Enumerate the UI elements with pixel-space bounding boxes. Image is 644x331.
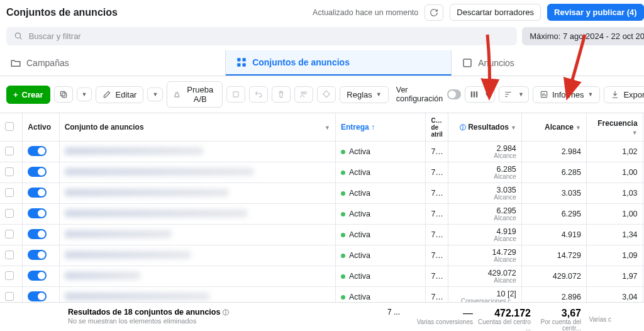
- row-frequency: 1,34: [586, 225, 643, 245]
- svg-rect-3: [237, 64, 240, 67]
- svg-point-10: [304, 92, 307, 94]
- row-con: 7 ...: [426, 245, 448, 266]
- row-checkbox[interactable]: [5, 188, 14, 197]
- columns-button[interactable]: ▼: [465, 86, 495, 103]
- row-checkbox[interactable]: [5, 230, 14, 238]
- row-toggle[interactable]: [28, 167, 47, 177]
- row-reach: 2.896: [521, 287, 586, 302]
- row-name[interactable]: [65, 147, 203, 155]
- svg-rect-1: [237, 58, 240, 61]
- search-placeholder: Buscar y filtrar: [29, 31, 81, 41]
- row-name[interactable]: [65, 230, 172, 238]
- col-checkbox[interactable]: [0, 113, 23, 142]
- row-name[interactable]: [65, 168, 253, 176]
- col-frequency[interactable]: Frecuencia▼: [586, 113, 643, 142]
- row-frequency: 1,00: [586, 162, 643, 183]
- ad-icon: [462, 57, 473, 69]
- table-row[interactable]: Activa7 ...429.072Alcance429.0721,97Por …: [0, 266, 644, 287]
- row-checkbox[interactable]: [5, 292, 14, 301]
- row-results: 6.295Alcance: [448, 204, 522, 225]
- col-results[interactable]: ⓘ Resultados▼: [448, 113, 522, 142]
- table-row[interactable]: Activa7 ...3.035Alcance3.0351,03Por 1.00…: [0, 183, 644, 204]
- row-delivery: Activa: [335, 266, 425, 287]
- row-results: 429.072Alcance: [448, 266, 522, 287]
- row-checkbox[interactable]: [5, 271, 14, 280]
- row-toggle[interactable]: [28, 291, 47, 301]
- row-name[interactable]: [65, 189, 228, 196]
- svg-rect-7: [60, 91, 65, 96]
- row-toggle[interactable]: [28, 229, 47, 239]
- duplicate-dropdown[interactable]: ▼: [77, 87, 92, 101]
- tag-button[interactable]: [317, 86, 336, 103]
- status-dot-icon: [341, 212, 345, 216]
- edit-button[interactable]: Editar: [96, 86, 143, 103]
- search-input[interactable]: Buscar y filtrar: [6, 27, 517, 45]
- row-results: 4.919Alcance: [448, 225, 522, 245]
- col-active[interactable]: Activo: [23, 113, 59, 142]
- row-reach: 6.285: [521, 162, 586, 183]
- row-delivery: Activa: [335, 142, 425, 162]
- row-toggle[interactable]: [28, 146, 47, 156]
- table-row[interactable]: Activa7 ...6.295Alcance6.2951,00Por 1.00…: [0, 204, 644, 225]
- reports-button[interactable]: Informes ▼: [533, 86, 601, 103]
- ab-test-button[interactable]: Prueba A/B: [167, 81, 223, 108]
- refresh-button[interactable]: [425, 4, 443, 21]
- col-delivery[interactable]: Entrega ↑: [335, 113, 425, 142]
- row-toggle[interactable]: [28, 271, 47, 281]
- col-name[interactable]: Conjunto de anuncios▼: [59, 113, 335, 142]
- table-row[interactable]: Activa7 ...14.729Alcance14.7291,09Por 1.…: [0, 245, 644, 266]
- row-frequency: 3,04: [586, 287, 643, 302]
- row-checkbox[interactable]: [5, 147, 14, 155]
- row-frequency: 1,09: [586, 245, 643, 266]
- row-frequency: 1,02: [586, 142, 643, 162]
- footer-reach: 472.172: [473, 308, 531, 319]
- col-reach[interactable]: Alcance▼: [521, 113, 586, 142]
- row-delivery: Activa: [335, 225, 425, 245]
- duplicate-button[interactable]: [54, 86, 73, 103]
- rules-button[interactable]: Reglas ▼: [340, 86, 388, 103]
- discard-drafts-button[interactable]: Descartar borradores: [450, 4, 541, 21]
- row-name[interactable]: [65, 251, 191, 259]
- tab-adsets[interactable]: Conjuntos de anuncios: [226, 50, 452, 76]
- row-toggle[interactable]: [28, 208, 47, 218]
- date-range-picker[interactable]: Máximo: 7 ago 2024 - 22 oct 2024 ▼: [522, 27, 644, 45]
- table-row[interactable]: Activa7 ...2.984Alcance2.9841,02Por 1.00…: [0, 142, 644, 162]
- status-dot-icon: [341, 150, 345, 154]
- undo-button[interactable]: [249, 86, 268, 103]
- table-row[interactable]: Activa7 ...4.919Alcance4.9191,34Por 1.00…: [0, 225, 644, 245]
- copy-button[interactable]: [226, 86, 245, 103]
- export-button[interactable]: Exportar ▼: [604, 86, 644, 103]
- create-button[interactable]: +Crear: [6, 86, 50, 104]
- row-con: 7 ...: [426, 162, 448, 183]
- row-reach: 3.035: [521, 183, 586, 204]
- footer-res: —: [408, 308, 473, 319]
- table-row[interactable]: Activa7 ...6.285Alcance6.2851,00Por 1.00…: [0, 162, 644, 183]
- row-reach: 4.919: [521, 225, 586, 245]
- review-publish-button[interactable]: Revisar y publicar (4): [547, 4, 644, 21]
- footer-cost-sub: Varias c: [581, 317, 611, 323]
- row-name[interactable]: [65, 272, 140, 279]
- row-frequency: 1,00: [586, 204, 643, 225]
- edit-dropdown[interactable]: ▼: [147, 87, 163, 101]
- row-toggle[interactable]: [28, 188, 47, 198]
- row-results: 6.285Alcance: [448, 162, 522, 183]
- row-name[interactable]: [65, 210, 247, 217]
- status-dot-icon: [341, 274, 345, 279]
- svg-rect-8: [233, 92, 238, 97]
- row-con: 7 ...: [426, 287, 448, 302]
- row-checkbox[interactable]: [5, 167, 14, 176]
- row-checkbox[interactable]: [5, 250, 14, 259]
- breakdown-button[interactable]: ▼: [499, 86, 529, 103]
- col-con[interactable]: Con de atril: [426, 113, 448, 142]
- audience-button[interactable]: [294, 86, 313, 103]
- view-setup-toggle[interactable]: [447, 89, 461, 99]
- row-frequency: 1,97: [586, 266, 643, 287]
- delete-button[interactable]: [272, 86, 291, 103]
- table-row[interactable]: Activa7 ...10 [2]Conversaciones c...2.89…: [0, 287, 644, 302]
- tab-ads[interactable]: Anuncios: [452, 50, 644, 76]
- row-toggle[interactable]: [28, 250, 47, 260]
- row-name[interactable]: [65, 293, 209, 300]
- tab-campaigns[interactable]: Campañas: [0, 50, 226, 76]
- status-dot-icon: [341, 233, 345, 237]
- row-checkbox[interactable]: [5, 209, 14, 218]
